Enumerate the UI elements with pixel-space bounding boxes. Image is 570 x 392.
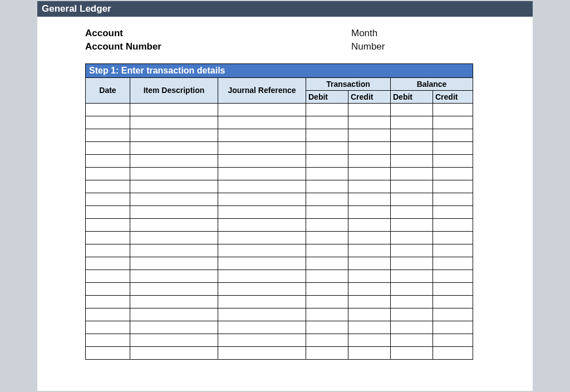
cell-date[interactable]: [86, 103, 130, 116]
cell-bcred[interactable]: [433, 231, 473, 244]
cell-ref[interactable]: [218, 116, 306, 129]
cell-tdeb[interactable]: [306, 334, 348, 346]
cell-bdeb[interactable]: [391, 116, 433, 129]
cell-ref[interactable]: [218, 205, 306, 218]
cell-bdeb[interactable]: [391, 103, 433, 116]
cell-desc[interactable]: [130, 346, 218, 359]
cell-bcred[interactable]: [433, 270, 473, 282]
cell-ref[interactable]: [218, 129, 306, 141]
cell-tcred[interactable]: [348, 205, 391, 218]
cell-ref[interactable]: [218, 141, 306, 154]
cell-bdeb[interactable]: [391, 308, 433, 321]
cell-bdeb[interactable]: [391, 205, 433, 218]
cell-bdeb[interactable]: [391, 129, 433, 141]
cell-desc[interactable]: [130, 205, 218, 218]
cell-desc[interactable]: [130, 129, 218, 141]
cell-bcred[interactable]: [433, 218, 473, 231]
cell-date[interactable]: [86, 231, 130, 244]
cell-desc[interactable]: [130, 193, 218, 205]
cell-tdeb[interactable]: [306, 257, 348, 270]
cell-tcred[interactable]: [348, 295, 391, 308]
cell-tdeb[interactable]: [306, 295, 348, 308]
cell-bcred[interactable]: [433, 129, 473, 141]
cell-desc[interactable]: [130, 167, 218, 180]
cell-date[interactable]: [86, 141, 130, 154]
cell-bdeb[interactable]: [391, 257, 433, 270]
cell-desc[interactable]: [130, 141, 218, 154]
cell-date[interactable]: [86, 308, 130, 321]
cell-date[interactable]: [86, 205, 130, 218]
cell-tcred[interactable]: [348, 244, 391, 257]
cell-bdeb[interactable]: [391, 282, 433, 295]
cell-bcred[interactable]: [433, 334, 473, 346]
cell-date[interactable]: [86, 180, 130, 193]
cell-ref[interactable]: [218, 167, 306, 180]
cell-tcred[interactable]: [348, 308, 391, 321]
cell-desc[interactable]: [130, 257, 218, 270]
cell-bdeb[interactable]: [391, 167, 433, 180]
cell-ref[interactable]: [218, 103, 306, 116]
cell-desc[interactable]: [130, 231, 218, 244]
cell-ref[interactable]: [218, 346, 306, 359]
cell-bcred[interactable]: [433, 103, 473, 116]
cell-tcred[interactable]: [348, 129, 391, 141]
cell-tdeb[interactable]: [306, 116, 348, 129]
cell-ref[interactable]: [218, 218, 306, 231]
cell-tcred[interactable]: [348, 193, 391, 205]
cell-desc[interactable]: [130, 270, 218, 282]
cell-desc[interactable]: [130, 116, 218, 129]
cell-tdeb[interactable]: [306, 346, 348, 359]
cell-desc[interactable]: [130, 282, 218, 295]
cell-bcred[interactable]: [433, 244, 473, 257]
cell-tdeb[interactable]: [306, 167, 348, 180]
cell-bcred[interactable]: [433, 167, 473, 180]
cell-date[interactable]: [86, 270, 130, 282]
cell-date[interactable]: [86, 295, 130, 308]
cell-bcred[interactable]: [433, 282, 473, 295]
cell-ref[interactable]: [218, 270, 306, 282]
cell-tdeb[interactable]: [306, 218, 348, 231]
cell-ref[interactable]: [218, 321, 306, 334]
cell-desc[interactable]: [130, 154, 218, 167]
cell-tcred[interactable]: [348, 167, 391, 180]
cell-desc[interactable]: [130, 218, 218, 231]
cell-bdeb[interactable]: [391, 334, 433, 346]
cell-date[interactable]: [86, 193, 130, 205]
cell-bdeb[interactable]: [391, 141, 433, 154]
cell-bdeb[interactable]: [391, 321, 433, 334]
cell-tdeb[interactable]: [306, 282, 348, 295]
cell-bdeb[interactable]: [391, 154, 433, 167]
cell-tdeb[interactable]: [306, 270, 348, 282]
cell-tcred[interactable]: [348, 346, 391, 359]
cell-bcred[interactable]: [433, 295, 473, 308]
cell-date[interactable]: [86, 218, 130, 231]
cell-bcred[interactable]: [433, 141, 473, 154]
cell-bcred[interactable]: [433, 205, 473, 218]
cell-tdeb[interactable]: [306, 321, 348, 334]
cell-bdeb[interactable]: [391, 346, 433, 359]
cell-ref[interactable]: [218, 231, 306, 244]
cell-date[interactable]: [86, 334, 130, 346]
cell-tdeb[interactable]: [306, 193, 348, 205]
cell-desc[interactable]: [130, 321, 218, 334]
cell-tcred[interactable]: [348, 270, 391, 282]
cell-bcred[interactable]: [433, 180, 473, 193]
cell-date[interactable]: [86, 129, 130, 141]
cell-ref[interactable]: [218, 282, 306, 295]
cell-bcred[interactable]: [433, 346, 473, 359]
cell-bcred[interactable]: [433, 116, 473, 129]
cell-bdeb[interactable]: [391, 180, 433, 193]
cell-desc[interactable]: [130, 244, 218, 257]
cell-bcred[interactable]: [433, 321, 473, 334]
cell-desc[interactable]: [130, 103, 218, 116]
cell-tdeb[interactable]: [306, 141, 348, 154]
cell-ref[interactable]: [218, 257, 306, 270]
cell-bcred[interactable]: [433, 257, 473, 270]
cell-tcred[interactable]: [348, 154, 391, 167]
cell-tdeb[interactable]: [306, 244, 348, 257]
cell-bdeb[interactable]: [391, 270, 433, 282]
cell-desc[interactable]: [130, 180, 218, 193]
cell-bcred[interactable]: [433, 308, 473, 321]
cell-desc[interactable]: [130, 334, 218, 346]
cell-tdeb[interactable]: [306, 205, 348, 218]
